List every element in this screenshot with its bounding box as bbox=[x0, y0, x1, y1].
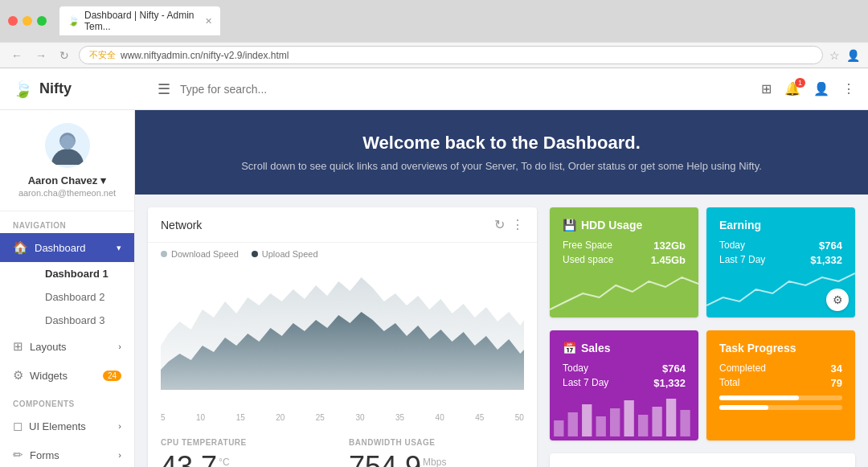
sales-title: 📅 Sales bbox=[563, 342, 686, 354]
network-card-title: Network bbox=[161, 219, 202, 231]
hero-banner: Welcome back to the Dashboard. Scroll do… bbox=[135, 110, 868, 195]
top-metrics-row: 💾 HDD Usage Free Space 132Gb U bbox=[550, 207, 855, 317]
sidebar-item-widgets[interactable]: ⚙ Widgets 24 bbox=[0, 361, 134, 390]
hero-subtitle: Scroll down to see quick links and overv… bbox=[151, 160, 852, 172]
bandwidth-unit: Mbps bbox=[423, 457, 446, 467]
chevron-right-icon: › bbox=[118, 421, 121, 431]
bookmark-icon[interactable]: ☆ bbox=[829, 49, 840, 62]
bandwidth-label: BANDWIDTH USAGE bbox=[349, 438, 524, 447]
sidebar-item-forms[interactable]: ✏ Forms › bbox=[0, 440, 134, 467]
sidebar-item-label: Forms bbox=[30, 449, 59, 461]
bottom-metrics-row: 📅 Sales Today $764 Last 7 Day bbox=[550, 330, 855, 440]
minimize-button[interactable] bbox=[23, 16, 32, 26]
hero-title: Welcome back to the Dashboard. bbox=[151, 133, 852, 154]
dashboard-submenu: Dashboard 1 Dashboard 2 Dashboard 3 bbox=[0, 262, 134, 332]
top-actions: ⊞ 🔔 1 👤 ⋮ bbox=[761, 81, 855, 96]
bandwidth-stat: BANDWIDTH USAGE 754.9 Mbps Income bbox=[349, 438, 524, 467]
sidebar-item-dashboard3[interactable]: Dashboard 3 bbox=[32, 309, 134, 332]
chevron-right-icon: › bbox=[118, 342, 121, 351]
refresh-icon[interactable]: ↻ bbox=[494, 217, 505, 232]
svg-rect-6 bbox=[596, 416, 606, 436]
hamburger-icon[interactable]: ☰ bbox=[158, 80, 170, 98]
address-bar[interactable]: 不安全 www.niftyadmin.cn/nifty-v2.9/index.h… bbox=[79, 46, 823, 64]
sidebar-item-label: Widgets bbox=[30, 370, 68, 382]
notification-badge: 1 bbox=[795, 78, 805, 88]
sidebar-item-label: Dashboard bbox=[35, 242, 86, 254]
svg-rect-11 bbox=[666, 399, 676, 436]
svg-rect-3 bbox=[554, 420, 563, 436]
sidebar-item-label: UI Elements bbox=[29, 420, 86, 432]
sidebar-item-dashboard2[interactable]: Dashboard 2 bbox=[32, 285, 134, 309]
tab-close-icon[interactable]: ✕ bbox=[205, 16, 212, 27]
hdd-chart bbox=[550, 269, 698, 317]
brand: 🍃 Nifty bbox=[13, 80, 148, 99]
hdd-metrics: Free Space 132Gb Used space 1.45Gb bbox=[563, 240, 686, 266]
more-icon[interactable]: ⋮ bbox=[511, 217, 524, 232]
cpu-label: CPU TEMPERATURE bbox=[161, 438, 336, 447]
sidebar-item-layouts[interactable]: ⊞ Layouts › bbox=[0, 332, 134, 361]
widgets-icon: ⚙ bbox=[13, 368, 23, 383]
brand-name: Nifty bbox=[39, 80, 72, 97]
close-button[interactable] bbox=[8, 16, 18, 26]
user-email: aaron.cha@themeon.net bbox=[13, 188, 121, 198]
search-input[interactable] bbox=[180, 83, 421, 96]
earning-title: Earning bbox=[719, 219, 842, 231]
maximize-button[interactable] bbox=[37, 16, 47, 26]
ui-elements-icon: ◻ bbox=[13, 419, 23, 433]
sidebar-item-label: Layouts bbox=[30, 341, 67, 353]
back-button[interactable]: ← bbox=[8, 47, 26, 63]
brand-logo-icon: 🍃 bbox=[13, 80, 33, 99]
task-card: Task Progress Completed 34 Total bbox=[706, 330, 855, 440]
chevron-down-icon: ▾ bbox=[117, 243, 121, 253]
layouts-icon: ⊞ bbox=[13, 339, 23, 354]
forward-button[interactable]: → bbox=[32, 47, 50, 63]
chart-legend: Download Speed Upload Speed bbox=[148, 243, 537, 265]
bandwidth-value: 754.9 bbox=[349, 450, 421, 467]
main-content: Welcome back to the Dashboard. Scroll do… bbox=[135, 110, 868, 467]
network-chart bbox=[148, 265, 537, 410]
refresh-button[interactable]: ↻ bbox=[56, 47, 72, 63]
cpu-stat: CPU TEMPERATURE 43.7 °C Min Values 27° ▼… bbox=[161, 438, 336, 467]
network-card: Network ↻ ⋮ Download Speed bbox=[148, 207, 537, 467]
sales-chart bbox=[550, 392, 698, 440]
sales-card: 📅 Sales Today $764 Last 7 Day bbox=[550, 330, 698, 440]
cpu-unit: °C bbox=[219, 457, 229, 467]
svg-rect-8 bbox=[624, 400, 634, 436]
browser-tab[interactable]: 🍃 Dashboard | Nifty - Admin Tem... ✕ bbox=[59, 6, 220, 35]
svg-point-0 bbox=[51, 149, 84, 165]
url-text: www.niftyadmin.cn/nifty-v2.9/index.html bbox=[121, 50, 289, 61]
earning-metrics: Today $764 Last 7 Day $1,332 bbox=[719, 240, 842, 266]
legend-upload: Upload Speed bbox=[252, 249, 318, 259]
user-name: Aaron Chavez ▾ bbox=[13, 174, 121, 186]
top-navbar: 🍃 Nifty ☰ ⊞ 🔔 1 👤 ⋮ bbox=[0, 68, 868, 110]
sidebar-item-ui-elements[interactable]: ◻ UI Elements › bbox=[0, 412, 134, 440]
tab-title: Dashboard | Nifty - Admin Tem... bbox=[84, 10, 200, 32]
svg-rect-10 bbox=[652, 407, 661, 436]
hdd-card: 💾 HDD Usage Free Space 132Gb U bbox=[550, 207, 698, 317]
grid-icon[interactable]: ⊞ bbox=[761, 81, 772, 96]
gear-icon[interactable]: ⚙ bbox=[826, 289, 849, 311]
nav-section-label: NAVIGATION bbox=[0, 211, 134, 233]
task-progress-bars bbox=[706, 389, 855, 426]
profile-icon[interactable]: 👤 bbox=[846, 49, 860, 62]
search-box[interactable] bbox=[180, 83, 751, 96]
stats-row: CPU TEMPERATURE 43.7 °C Min Values 27° ▼… bbox=[148, 425, 537, 467]
more-options-icon[interactable]: ⋮ bbox=[842, 81, 855, 96]
cpu-value: 43.7 bbox=[161, 450, 217, 467]
svg-rect-9 bbox=[638, 415, 648, 436]
sidebar-item-dashboard1[interactable]: Dashboard 1 bbox=[32, 262, 134, 285]
avatar bbox=[45, 123, 90, 168]
forms-icon: ✏ bbox=[13, 448, 23, 462]
user-icon[interactable]: 👤 bbox=[813, 81, 829, 96]
notifications-icon[interactable]: 🔔 1 bbox=[784, 81, 800, 96]
chart-x-labels: 5101520253035404550 bbox=[148, 410, 537, 425]
home-icon: 🏠 bbox=[13, 240, 28, 255]
sidebar-user: Aaron Chavez ▾ aaron.cha@themeon.net bbox=[0, 110, 134, 211]
task-title: Task Progress bbox=[719, 342, 842, 354]
svg-rect-12 bbox=[680, 410, 690, 436]
earning-card: Earning Today $764 Last 7 Day bbox=[706, 207, 855, 317]
tab-favicon: 🍃 bbox=[68, 15, 80, 27]
sidebar-item-dashboard[interactable]: 🏠 Dashboard ▾ bbox=[0, 233, 134, 262]
svg-rect-4 bbox=[568, 412, 578, 436]
svg-rect-5 bbox=[582, 404, 592, 436]
